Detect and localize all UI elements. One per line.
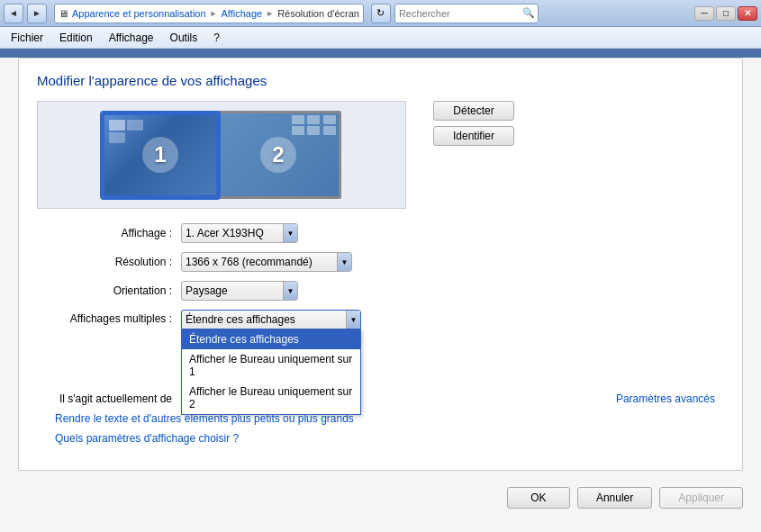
resolution-dropdown-arrow: ▼	[337, 253, 351, 271]
main-content: Modifier l'apparence de vos affichages	[0, 58, 761, 532]
settings-help-link[interactable]: Quels paramètres d'affichage choisir ?	[55, 432, 239, 445]
menu-help[interactable]: ?	[206, 30, 227, 46]
menu-bar: Fichier Edition Affichage Outils ?	[0, 27, 761, 49]
search-bar: 🔍	[394, 4, 539, 23]
affichage-control: 1. Acer X193HQ ▼	[181, 223, 724, 243]
orientation-label: Orientation :	[37, 284, 181, 297]
breadcrumb-arrow1: ►	[210, 9, 218, 18]
orientation-dropdown[interactable]: Paysage ▼	[181, 281, 298, 301]
menu-fichier[interactable]: Fichier	[4, 30, 50, 46]
breadcrumb-arrow2: ►	[266, 9, 274, 18]
monitor-1-number: 1	[142, 137, 178, 173]
monitor-2-thumb[interactable]: 2	[219, 111, 341, 199]
affichage-value: 1. Acer X193HQ	[186, 227, 283, 239]
search-icon[interactable]: 🔍	[520, 5, 538, 23]
title-bar-left: ◄ ► 🖥 Apparence et personnalisation ► Af…	[4, 4, 539, 23]
resolution-label: Résolution :	[37, 256, 181, 268]
monitors-container: 1 2	[37, 101, 406, 209]
affichage-dropdown-arrow: ▼	[283, 224, 297, 242]
identify-button[interactable]: Identifier	[433, 126, 514, 146]
detect-button[interactable]: Détecter	[433, 101, 514, 121]
display-settings-panel: Modifier l'apparence de vos affichages	[18, 58, 743, 471]
advanced-link[interactable]: Paramètres avancés	[616, 392, 724, 405]
monitor-area: 1 2	[37, 101, 724, 209]
info-row: Il s'agit actuellement de l'affichage pr…	[37, 392, 724, 405]
affichage-label: Affichage :	[37, 227, 181, 239]
info-label: Il s'agit actuellement de	[37, 392, 181, 405]
breadcrumb-part2[interactable]: Affichage	[222, 8, 263, 19]
multiples-label: Affichages multiples :	[37, 312, 181, 325]
multiples-option-1[interactable]: Étendre ces affichages	[182, 329, 360, 349]
multiples-row: Affichages multiples : Étendre ces affic…	[37, 310, 724, 329]
multiples-dropdown-list: Étendre ces affichages Afficher le Burea…	[181, 329, 361, 415]
orientation-value: Paysage	[186, 284, 283, 297]
ok-button[interactable]: OK	[507, 487, 570, 509]
nav-forward-button[interactable]: ►	[27, 4, 47, 23]
breadcrumb-part1[interactable]: Apparence et personnalisation	[72, 8, 206, 19]
monitor-2-number: 2	[260, 137, 296, 173]
resolution-row: Résolution : 1366 x 768 (recommandé) ▼	[37, 252, 724, 272]
resolution-control: 1366 x 768 (recommandé) ▼	[181, 252, 724, 272]
close-button[interactable]: ✕	[738, 6, 757, 21]
menu-outils[interactable]: Outils	[163, 30, 205, 46]
monitor-1-display: 1	[102, 113, 219, 198]
cancel-button[interactable]: Annuler	[577, 487, 652, 509]
monitor-2-display: 2	[215, 111, 341, 199]
multiples-option-2[interactable]: Afficher le Bureau uniquement sur 1	[182, 349, 360, 382]
multiples-option-3[interactable]: Afficher le Bureau uniquement sur 2	[182, 382, 360, 414]
multiples-value: Étendre ces affichages	[186, 313, 346, 326]
orientation-control: Paysage ▼	[181, 281, 724, 301]
multiples-control: Étendre ces affichages ▼ Étendre ces aff…	[181, 310, 724, 329]
multiples-dropdown-container: Étendre ces affichages ▼ Étendre ces aff…	[181, 310, 361, 329]
nav-back-button[interactable]: ◄	[4, 4, 23, 23]
monitor-1-thumb[interactable]: 1	[102, 113, 219, 198]
panel-title: Modifier l'apparence de vos affichages	[37, 73, 724, 88]
breadcrumb-part3: Résolution d'écran	[277, 8, 359, 19]
resolution-dropdown[interactable]: 1366 x 768 (recommandé) ▼	[181, 252, 352, 272]
menu-affichage[interactable]: Affichage	[102, 30, 161, 46]
multiples-dropdown-arrow: ▼	[346, 311, 360, 329]
breadcrumb: 🖥 Apparence et personnalisation ► Affich…	[54, 4, 364, 23]
orientation-row: Orientation : Paysage ▼	[37, 281, 724, 301]
orientation-dropdown-arrow: ▼	[283, 282, 297, 300]
title-bar-controls: ─ □ ✕	[694, 6, 757, 21]
search-input[interactable]	[395, 8, 520, 19]
bottom-bar: OK Annuler Appliquer	[0, 480, 761, 516]
maximize-button[interactable]: □	[716, 6, 736, 21]
affichage-row: Affichage : 1. Acer X193HQ ▼	[37, 223, 724, 243]
apply-button[interactable]: Appliquer	[659, 487, 743, 509]
monitor-buttons: Détecter Identifier	[433, 101, 514, 146]
menu-edition[interactable]: Edition	[52, 30, 100, 46]
breadcrumb-icon: 🖥	[59, 8, 68, 19]
minimize-button[interactable]: ─	[694, 6, 714, 21]
title-bar: ◄ ► 🖥 Apparence et personnalisation ► Af…	[0, 0, 761, 27]
multiples-dropdown[interactable]: Étendre ces affichages ▼	[181, 310, 361, 329]
affichage-dropdown[interactable]: 1. Acer X193HQ ▼	[181, 223, 298, 243]
refresh-button[interactable]: ↻	[371, 4, 391, 23]
resolution-value: 1366 x 768 (recommandé)	[186, 256, 337, 268]
